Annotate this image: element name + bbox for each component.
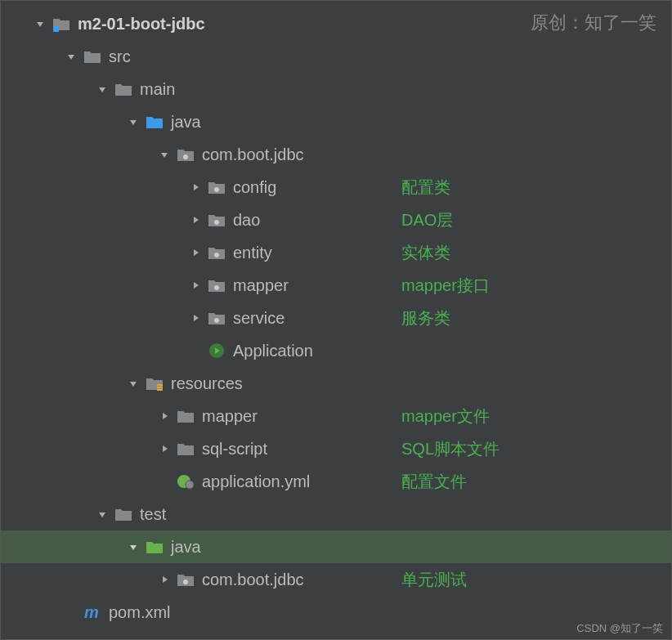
tree-row-dao[interactable]: dao DAO层	[1, 204, 671, 236]
svg-point-13	[183, 580, 188, 584]
tree-row-java-main[interactable]: java	[1, 105, 671, 138]
tree-row-config[interactable]: config 配置类	[1, 171, 671, 204]
tree-row-service[interactable]: service 服务类	[1, 302, 671, 334]
svg-point-6	[214, 318, 219, 323]
arrow-down-icon[interactable]	[156, 146, 172, 163]
resources-folder-icon	[145, 374, 164, 393]
arrow-down-icon[interactable]	[94, 506, 110, 522]
arrow-right-icon[interactable]	[187, 179, 204, 195]
tree-label: application.yml	[202, 472, 310, 491]
arrow-down-icon[interactable]	[125, 114, 141, 130]
tree-label: main	[140, 80, 175, 99]
watermark-text: 原创：知了一笑	[531, 11, 656, 35]
tree-row-test[interactable]: test	[1, 498, 671, 530]
svg-rect-0	[53, 26, 59, 32]
annotation-text: 实体类	[401, 242, 450, 264]
folder-icon	[83, 47, 102, 66]
arrow-down-icon[interactable]	[32, 16, 48, 32]
tree-label: com.boot.jdbc	[202, 145, 304, 164]
tree-label: com.boot.jdbc	[202, 571, 304, 589]
tree-label: resources	[171, 374, 243, 393]
annotation-text: 单元测试	[401, 569, 467, 591]
tree-label: src	[109, 47, 131, 66]
svg-point-3	[214, 220, 219, 225]
arrow-right-icon[interactable]	[156, 408, 172, 424]
tree-row-package[interactable]: com.boot.jdbc	[1, 138, 671, 171]
tree-row-application[interactable]: Application	[1, 334, 671, 367]
annotation-text: 配置类	[401, 177, 450, 199]
tree-label: mapper	[233, 276, 289, 295]
module-folder-icon	[52, 14, 71, 34]
arrow-down-icon[interactable]	[125, 375, 141, 392]
package-icon	[207, 308, 226, 328]
tree-row-entity[interactable]: entity 实体类	[1, 236, 671, 269]
tree-row-pom[interactable]: m pom.xml	[1, 596, 671, 629]
svg-text:m: m	[84, 603, 99, 621]
arrow-right-icon[interactable]	[187, 212, 204, 228]
package-icon	[207, 210, 226, 230]
tree-row-java-test[interactable]: java	[1, 530, 671, 563]
spring-boot-icon	[207, 341, 226, 360]
tree-label: service	[233, 309, 284, 328]
annotation-text: 配置文件	[401, 471, 467, 493]
svg-rect-10	[157, 389, 163, 391]
tree-row-mapper-pkg[interactable]: mapper mapper接口	[1, 269, 671, 302]
test-folder-icon	[145, 537, 164, 557]
project-tree: m2-01-boot-jdbc src main java	[1, 1, 671, 629]
maven-icon: m	[83, 602, 102, 622]
annotation-text: mapper文件	[401, 405, 490, 427]
package-icon	[207, 177, 226, 197]
folder-icon	[176, 439, 195, 459]
package-icon	[207, 243, 226, 262]
svg-point-4	[214, 253, 219, 257]
tree-row-res-mapper[interactable]: mapper mapper文件	[1, 400, 671, 432]
arrow-right-icon[interactable]	[187, 244, 204, 261]
tree-row-sqlscript[interactable]: sql-script SQL脚本文件	[1, 432, 671, 465]
tree-label: m2-01-boot-jdbc	[78, 15, 205, 34]
source-folder-icon	[145, 112, 164, 132]
annotation-text: SQL脚本文件	[401, 438, 500, 460]
tree-label: Application	[233, 342, 313, 360]
spring-config-icon	[176, 472, 195, 491]
tree-row-test-package[interactable]: com.boot.jdbc 单元测试	[1, 563, 671, 596]
tree-row-src[interactable]: src	[1, 40, 671, 73]
tree-label: config	[233, 178, 276, 197]
svg-point-12	[186, 481, 194, 489]
folder-icon	[176, 406, 195, 426]
annotation-text: 服务类	[401, 307, 450, 329]
arrow-down-icon[interactable]	[125, 539, 141, 555]
tree-label: java	[171, 538, 201, 557]
arrow-right-icon[interactable]	[187, 310, 204, 326]
tree-label: sql-script	[202, 440, 267, 459]
tree-label: java	[171, 113, 201, 132]
tree-row-resources[interactable]: resources	[1, 367, 671, 400]
arrow-right-icon[interactable]	[156, 571, 172, 588]
package-icon	[176, 570, 195, 589]
folder-icon	[114, 79, 133, 99]
package-icon	[176, 145, 195, 164]
arrow-down-icon[interactable]	[63, 48, 79, 65]
arrow-down-icon[interactable]	[94, 81, 110, 97]
package-icon	[207, 275, 226, 295]
footer-watermark: CSDN @知了一笑	[576, 621, 663, 636]
tree-label: dao	[233, 211, 260, 230]
annotation-text: DAO层	[401, 209, 453, 231]
svg-point-5	[214, 285, 219, 290]
svg-rect-9	[157, 387, 163, 388]
tree-label: test	[140, 505, 166, 524]
arrow-right-icon[interactable]	[156, 441, 172, 457]
svg-point-1	[183, 154, 188, 159]
svg-rect-8	[157, 384, 163, 386]
folder-icon	[114, 504, 133, 524]
tree-row-appyml[interactable]: application.yml 配置文件	[1, 465, 671, 498]
tree-label: entity	[233, 244, 272, 262]
tree-row-main[interactable]: main	[1, 73, 671, 105]
arrow-right-icon[interactable]	[187, 277, 204, 293]
tree-label: pom.xml	[109, 603, 171, 622]
svg-point-2	[214, 187, 219, 192]
annotation-text: mapper接口	[401, 275, 490, 297]
tree-label: mapper	[202, 407, 258, 426]
